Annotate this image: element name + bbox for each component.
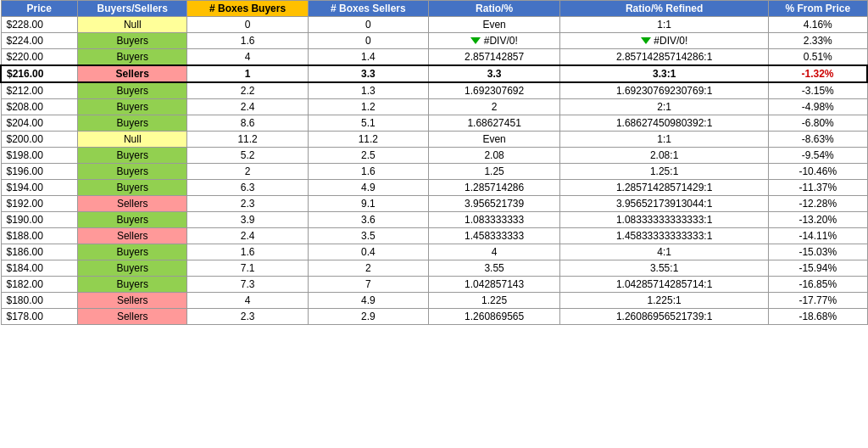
boxes-buyers-cell: 3.9: [187, 212, 308, 228]
boxes-buyers-cell: 2.4: [187, 99, 308, 115]
ratio-refined-cell: 1.08333333333333:1: [560, 212, 769, 228]
buyers-sellers-cell: Buyers: [78, 212, 187, 228]
boxes-buyers-cell: 4: [187, 293, 308, 309]
ratio-refined-cell: 3.95652173913044:1: [560, 196, 769, 212]
from-price-cell: -1.32%: [769, 65, 867, 82]
ratio-refined-cell: 1.68627450980392:1: [560, 115, 769, 132]
buyers-sellers-cell: Buyers: [78, 148, 187, 164]
ratio-cell: 3.3: [429, 65, 560, 82]
price-cell: $184.00: [1, 260, 78, 277]
buyers-sellers-cell: Buyers: [78, 99, 187, 115]
ratio-refined-cell: 1.04285714285714:1: [560, 277, 769, 293]
table-row: $190.00Buyers3.93.61.0833333331.08333333…: [1, 212, 867, 228]
table-row: $224.00Buyers1.60 #DIV/0! #DIV/0!2.33%: [1, 33, 867, 49]
table-body: $228.00Null00Even1:14.16%$224.00Buyers1.…: [1, 17, 867, 325]
table-row: $182.00Buyers7.371.0428571431.0428571428…: [1, 277, 867, 293]
ratio-refined-cell: 1:1: [560, 132, 769, 148]
from-price-cell: -11.37%: [769, 180, 867, 196]
ratio-cell: 1.083333333: [429, 212, 560, 228]
table-row: $212.00Buyers2.21.31.6923076921.69230769…: [1, 82, 867, 99]
boxes-buyers-cell: 11.2: [187, 132, 308, 148]
boxes-buyers-cell: 4: [187, 49, 308, 66]
from-price-header: % From Price: [769, 1, 867, 17]
price-cell: $190.00: [1, 212, 78, 228]
price-cell: $200.00: [1, 132, 78, 148]
table-row: $208.00Buyers2.41.222:1-4.98%: [1, 99, 867, 115]
ratio-cell: 2: [429, 99, 560, 115]
price-cell: $180.00: [1, 293, 78, 309]
ratio-refined-cell: 2.08:1: [560, 148, 769, 164]
boxes-buyers-cell: 7.3: [187, 277, 308, 293]
price-cell: $196.00: [1, 164, 78, 180]
ratio-cell: 1.68627451: [429, 115, 560, 132]
from-price-cell: -4.98%: [769, 99, 867, 115]
buyers-sellers-cell: Buyers: [78, 115, 187, 132]
boxes-buyers-cell: 1.6: [187, 244, 308, 260]
ratio-cell: #DIV/0!: [429, 33, 560, 49]
table-row: $216.00Sellers13.33.33.3:1-1.32%: [1, 65, 867, 82]
from-price-cell: 4.16%: [769, 17, 867, 33]
buyers-sellers-cell: Sellers: [78, 293, 187, 309]
ratio-header: Ratio/%: [429, 1, 560, 17]
ratio-refined-cell: #DIV/0!: [560, 33, 769, 49]
boxes-sellers-cell: 1.2: [308, 99, 428, 115]
boxes-buyers-cell: 1.6: [187, 33, 308, 49]
boxes-sellers-cell: 1.3: [308, 82, 428, 99]
price-cell: $220.00: [1, 49, 78, 66]
price-cell: $208.00: [1, 99, 78, 115]
ratio-refined-cell: 2:1: [560, 99, 769, 115]
price-header: Price: [1, 1, 78, 17]
from-price-cell: -8.63%: [769, 132, 867, 148]
ratio-refined-cell: 3.55:1: [560, 260, 769, 277]
ratio-cell: Even: [429, 17, 560, 33]
ratio-cell: 1.692307692: [429, 82, 560, 99]
from-price-cell: -17.77%: [769, 293, 867, 309]
boxes-buyers-cell: 5.2: [187, 148, 308, 164]
price-cell: $198.00: [1, 148, 78, 164]
price-cell: $188.00: [1, 228, 78, 244]
ratio-cell: 3.956521739: [429, 196, 560, 212]
boxes-buyers-cell: 7.1: [187, 260, 308, 277]
table-row: $180.00Sellers44.91.2251.225:1-17.77%: [1, 293, 867, 309]
buyers-sellers-cell: Buyers: [78, 82, 187, 99]
from-price-cell: -16.85%: [769, 277, 867, 293]
table-row: $192.00Sellers2.39.13.9565217393.9565217…: [1, 196, 867, 212]
boxes-buyers-cell: 2.3: [187, 196, 308, 212]
table-row: $204.00Buyers8.65.11.686274511.686274509…: [1, 115, 867, 132]
ratio-refined-cell: 1.69230769230769:1: [560, 82, 769, 99]
buyers-sellers-header: Buyers/Sellers: [78, 1, 187, 17]
from-price-cell: -15.03%: [769, 244, 867, 260]
ratio-cell: 1.285714286: [429, 180, 560, 196]
buyers-sellers-cell: Buyers: [78, 244, 187, 260]
boxes-sellers-cell: 2.9: [308, 309, 428, 325]
ratio-cell: 1.25: [429, 164, 560, 180]
from-price-cell: 2.33%: [769, 33, 867, 49]
price-cell: $194.00: [1, 180, 78, 196]
boxes-sellers-cell: 3.3: [308, 65, 428, 82]
buyers-sellers-cell: Buyers: [78, 164, 187, 180]
boxes-sellers-cell: 1.6: [308, 164, 428, 180]
boxes-sellers-cell: 2: [308, 260, 428, 277]
buyers-sellers-cell: Sellers: [78, 196, 187, 212]
boxes-sellers-cell: 0.4: [308, 244, 428, 260]
price-cell: $212.00: [1, 82, 78, 99]
price-cell: $182.00: [1, 277, 78, 293]
table-row: $184.00Buyers7.123.553.55:1-15.94%: [1, 260, 867, 277]
boxes-sellers-cell: 9.1: [308, 196, 428, 212]
boxes-buyers-cell: 2: [187, 164, 308, 180]
boxes-buyers-header: # Boxes Buyers: [187, 1, 308, 17]
table-row: $178.00Sellers2.32.91.2608695651.2608695…: [1, 309, 867, 325]
ratio-refined-cell: 3.3:1: [560, 65, 769, 82]
from-price-cell: -14.11%: [769, 228, 867, 244]
ratio-cell: 1.458333333: [429, 228, 560, 244]
price-cell: $192.00: [1, 196, 78, 212]
ratio-cell: 1.225: [429, 293, 560, 309]
table-row: $200.00Null11.211.2Even1:1-8.63%: [1, 132, 867, 148]
table-row: $196.00Buyers21.61.251.25:1-10.46%: [1, 164, 867, 180]
from-price-cell: -13.20%: [769, 212, 867, 228]
ratio-cell: 3.55: [429, 260, 560, 277]
boxes-buyers-cell: 0: [187, 17, 308, 33]
boxes-sellers-cell: 3.6: [308, 212, 428, 228]
boxes-sellers-cell: 11.2: [308, 132, 428, 148]
ratio-refined-cell: 1:1: [560, 17, 769, 33]
